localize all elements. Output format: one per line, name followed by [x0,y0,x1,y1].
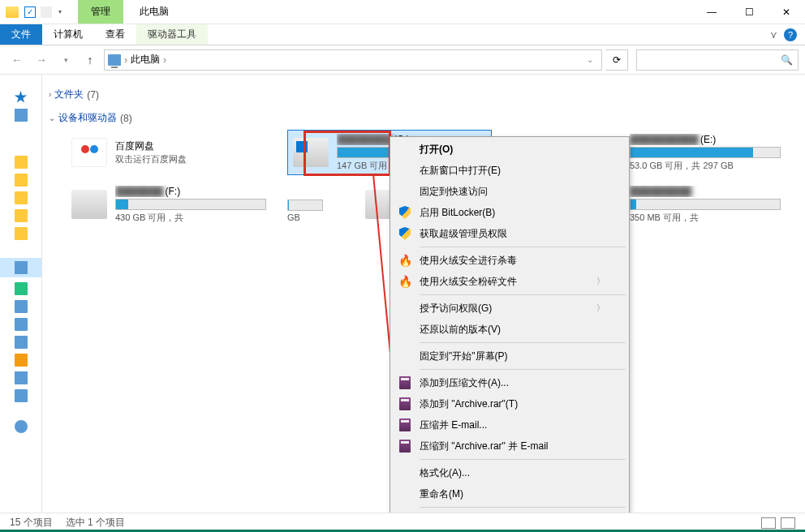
drive-g[interactable]: GB [287,182,344,227]
context-menu: 打开(O) 在新窗口中打开(E) 固定到快速访问 启用 BitLocker(B)… [390,136,630,532]
drive-f[interactable]: ███████(F:) 430 GB 可用，共 [67,182,271,227]
ctx-admin[interactable]: 获取超级管理员权限 [392,223,627,244]
rar-icon [398,397,411,410]
breadcrumb-sep: › [124,54,127,66]
tab-computer[interactable]: 计算机 [42,24,94,45]
rar-icon [398,376,411,389]
drive-icon [71,190,107,219]
sidebar-folder-icon[interactable] [15,174,28,187]
view-large-icon[interactable] [781,517,795,529]
flame-icon: 🔥 [398,254,411,267]
chevron-right-icon: › [49,90,51,99]
ctx-open-new-window[interactable]: 在新窗口中打开(E) [392,160,627,181]
sidebar-3dobjects-icon[interactable] [15,282,28,295]
addr-dropdown-icon[interactable]: ⌄ [582,55,598,64]
sidebar-downloads-icon[interactable] [15,354,28,367]
tab-file[interactable]: 文件 [0,24,42,45]
sidebar-folder-icon[interactable] [15,209,28,222]
context-tab-manage[interactable]: 管理 [78,0,123,24]
sidebar-folder-icon[interactable] [15,227,28,240]
help-icon[interactable]: ? [784,28,797,41]
ctx-access[interactable]: 授予访问权限(G)〉 [392,298,627,319]
sidebar-quickaccess-icon[interactable] [15,91,28,104]
back-button[interactable]: ← [6,49,28,71]
view-details-icon[interactable] [761,517,776,529]
ctx-rar-archive[interactable]: 添加到 "Archive.rar"(T) [392,393,627,414]
chevron-down-icon: ⌄ [49,114,55,122]
recent-dropdown[interactable]: ▾ [55,49,76,71]
sidebar-this-pc[interactable] [0,258,41,277]
minimize-button[interactable]: — [693,0,730,24]
ctx-rar-add[interactable]: 添加到压缩文件(A)... [392,372,627,393]
sidebar-network-icon[interactable] [15,420,28,433]
sidebar-folder-icon[interactable] [15,156,28,169]
baidu-icon [71,138,107,167]
shield-icon [398,206,411,219]
qat-blank-icon[interactable] [41,6,52,18]
chevron-right-icon: 〉 [596,302,605,314]
ctx-bitlocker[interactable]: 启用 BitLocker(B) [392,202,627,223]
drive-icon [293,138,329,167]
group-folders[interactable]: › 文件夹 (7) [47,83,800,106]
ctx-pin-quickaccess[interactable]: 固定到快速访问 [392,181,627,202]
up-button[interactable]: ↑ [80,49,101,71]
ctx-format[interactable]: 格式化(A)... [392,462,627,483]
sidebar-folder-icon[interactable] [15,191,28,204]
status-item-count: 15 个项目 [10,516,53,530]
address-bar[interactable]: › 此电脑 › ⌄ [104,49,602,71]
sidebar-documents-icon[interactable] [15,336,28,349]
ctx-rar-archive-email[interactable]: 压缩到 "Archive.rar" 并 E-mail [392,435,627,457]
ctx-huorong-shred[interactable]: 🔥使用火绒安全粉碎文件〉 [392,271,627,292]
rar-icon [398,440,411,453]
forward-button: → [31,49,52,71]
drive-baidu[interactable]: 百度网盘 双击运行百度网盘 [67,130,271,175]
ctx-open[interactable]: 打开(O) [392,139,627,160]
shield-icon [398,227,411,240]
sidebar-videos-icon[interactable] [15,300,28,313]
group-devices[interactable]: ⌄ 设备和驱动器 (8) [47,106,800,130]
folder-icon [5,5,19,19]
breadcrumb-this-pc[interactable]: 此电脑 [131,53,160,66]
status-selected-count: 选中 1 个项目 [66,516,125,530]
ctx-rar-email[interactable]: 压缩并 E-mail... [392,414,627,435]
ctx-pin-start[interactable]: 固定到"开始"屏幕(P) [392,345,627,367]
sidebar-desktop2-icon[interactable] [15,389,28,402]
window-title: 此电脑 [127,0,182,24]
tab-view[interactable]: 查看 [94,24,136,45]
ribbon-expand-icon[interactable]: ⋎ [770,29,777,41]
rar-icon [398,418,411,431]
maximize-button[interactable]: ☐ [730,0,768,24]
ctx-restore[interactable]: 还原以前的版本(V) [392,319,627,340]
properties-qat-icon[interactable]: ✓ [23,5,37,19]
qat-dropdown-icon[interactable]: ▾ [55,8,65,15]
ctx-rename[interactable]: 重命名(M) [392,483,627,504]
refresh-button[interactable]: ⟳ [605,49,628,71]
breadcrumb-sep2[interactable]: › [163,54,166,66]
search-icon: 🔍 [781,54,793,66]
pc-icon [108,54,121,66]
tab-drive-tools[interactable]: 驱动器工具 [136,24,208,45]
sidebar-desktop-icon[interactable] [15,109,28,122]
close-button[interactable]: ✕ [768,0,805,24]
flame-icon: 🔥 [398,275,411,288]
sidebar-music-icon[interactable] [15,371,28,384]
sidebar-pictures-icon[interactable] [15,318,28,331]
chevron-right-icon: 〉 [596,276,605,287]
ctx-huorong-scan[interactable]: 🔥使用火绒安全进行杀毒 [392,250,627,271]
search-input[interactable]: 🔍 [636,49,799,71]
